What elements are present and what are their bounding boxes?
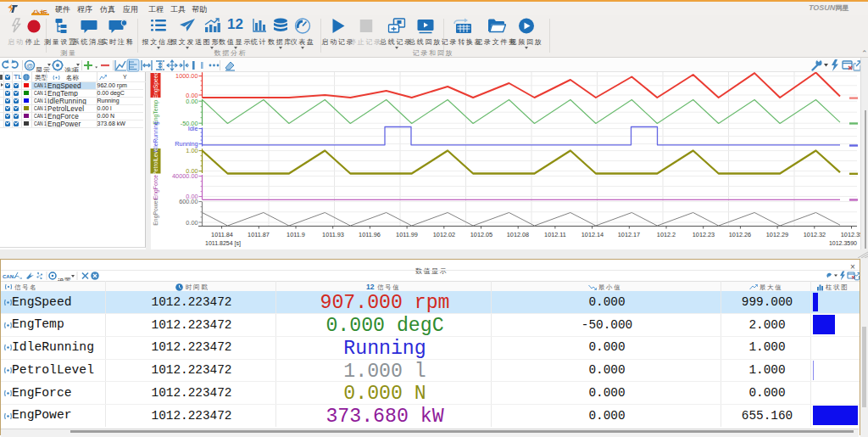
- svg-text:EngTemp: EngTemp: [153, 100, 159, 125]
- svg-text:EngSpeed: EngSpeed: [153, 72, 159, 98]
- svg-text:EngForce: EngForce: [153, 175, 159, 200]
- svg-text:@: @: [26, 62, 33, 70]
- svg-text:PetrolLevel: PetrolLevel: [153, 146, 159, 175]
- svg-text:EngPower: EngPower: [153, 199, 159, 226]
- svg-text:CAN: CAN: [3, 273, 14, 278]
